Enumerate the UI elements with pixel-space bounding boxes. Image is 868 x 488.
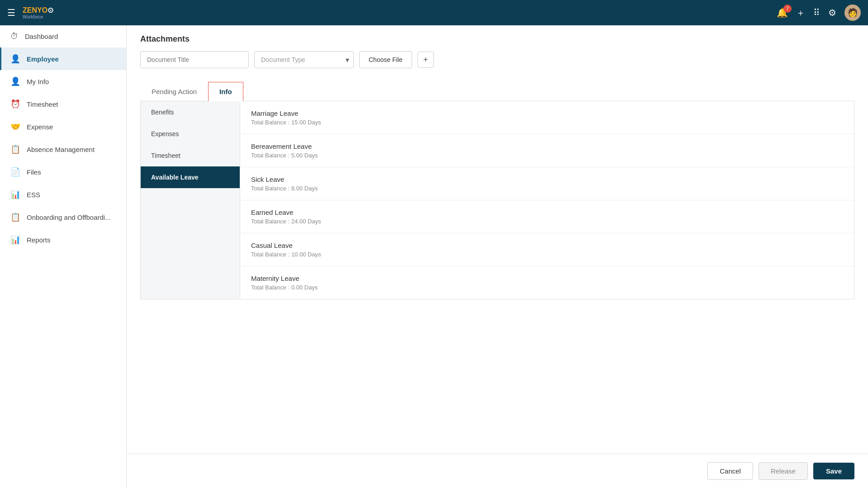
sidebar-item-files[interactable]: 📄 Files [0, 161, 126, 183]
info-sidebar: BenefitsExpensesTimesheetAvailable Leave [141, 101, 240, 299]
add-icon[interactable]: ＋ [796, 7, 805, 19]
leave-item: Sick Leave Total Balance : 8.00 Days [240, 167, 854, 200]
choose-file-button[interactable]: Choose File [359, 51, 412, 68]
topnav: ☰ ZENYO⊙ Workforce 🔔 7 ＋ ⠿ ⚙ 🧑 [0, 0, 868, 25]
sidebar-item-label: Onboarding and Offboardi... [27, 213, 111, 221]
ess-icon: 📊 [10, 190, 20, 199]
absence-icon: 📋 [10, 144, 20, 154]
leave-balance: Total Balance : 8.00 Days [251, 185, 843, 192]
leave-name: Casual Leave [251, 242, 843, 249]
sidebar-item-label: Files [27, 168, 41, 176]
release-button[interactable]: Release [759, 462, 808, 480]
info-sidebar-timesheet[interactable]: Timesheet [141, 145, 240, 166]
sidebar-item-label: Dashboard [25, 33, 58, 40]
content-area: Attachments Document Type ▾ Choose File … [127, 25, 868, 454]
leave-name: Maternity Leave [251, 275, 843, 282]
settings-icon[interactable]: ⚙ [828, 7, 836, 18]
tab-info[interactable]: Info [208, 82, 243, 101]
dashboard-icon: ⏱ [10, 32, 19, 41]
document-type-select[interactable]: Document Type [254, 51, 354, 68]
leave-balance: Total Balance : 15.00 Days [251, 119, 843, 126]
sidebar-item-employee[interactable]: 👤 Employee [0, 47, 126, 70]
leave-item: Casual Leave Total Balance : 10.00 Days [240, 233, 854, 266]
sidebar-item-onboarding[interactable]: 📋 Onboarding and Offboardi... [0, 206, 126, 228]
sidebar-item-label: ESS [27, 191, 40, 199]
sidebar-item-dashboard[interactable]: ⏱ Dashboard [0, 25, 126, 47]
reports-icon: 📊 [10, 235, 20, 245]
onboarding-icon: 📋 [10, 212, 20, 222]
grid-icon[interactable]: ⠿ [813, 7, 820, 18]
sidebar: ⏱ Dashboard 👤 Employee 👤 My Info ⏰ Times… [0, 25, 127, 488]
sidebar-item-label: Timesheet [27, 100, 58, 108]
tabs-row: Pending ActionInfo [140, 82, 854, 101]
leave-list: Marriage Leave Total Balance : 15.00 Day… [240, 101, 854, 299]
user-avatar[interactable]: 🧑 [844, 5, 861, 21]
sidebar-item-label: Reports [27, 236, 51, 244]
sidebar-item-reports[interactable]: 📊 Reports [0, 228, 126, 251]
myinfo-icon: 👤 [10, 76, 20, 86]
info-panel: BenefitsExpensesTimesheetAvailable Leave… [140, 101, 854, 299]
save-button[interactable]: Save [813, 463, 854, 479]
logo: ZENYO⊙ Workforce [23, 6, 53, 19]
document-title-input[interactable] [140, 51, 249, 68]
notification-badge: 7 [783, 5, 792, 13]
sidebar-item-label: Absence Management [27, 146, 95, 153]
leave-balance: Total Balance : 0.00 Days [251, 284, 843, 291]
info-sidebar-expenses[interactable]: Expenses [141, 123, 240, 145]
logo-text: ZENYO⊙ [23, 6, 53, 14]
info-sidebar-benefits[interactable]: Benefits [141, 101, 240, 123]
leave-name: Bereavement Leave [251, 142, 843, 150]
timesheet-icon: ⏰ [10, 99, 20, 109]
expense-icon: 🤝 [10, 122, 20, 132]
sidebar-item-expense[interactable]: 🤝 Expense [0, 115, 126, 138]
sidebar-item-ess[interactable]: 📊 ESS [0, 183, 126, 206]
employee-icon: 👤 [10, 54, 20, 64]
leave-item: Marriage Leave Total Balance : 15.00 Day… [240, 101, 854, 134]
attachments-title: Attachments [140, 34, 854, 44]
leave-item: Bereavement Leave Total Balance : 5.00 D… [240, 134, 854, 167]
sidebar-item-timesheet[interactable]: ⏰ Timesheet [0, 93, 126, 115]
hamburger-icon[interactable]: ☰ [7, 7, 15, 18]
leave-item: Earned Leave Total Balance : 24.00 Days [240, 200, 854, 233]
notification-icon[interactable]: 🔔 7 [777, 7, 788, 18]
attachments-row: Document Type ▾ Choose File + [140, 51, 854, 68]
leave-name: Marriage Leave [251, 109, 843, 117]
files-icon: 📄 [10, 167, 20, 177]
tab-pending[interactable]: Pending Action [140, 82, 208, 101]
info-sidebar-available_leave[interactable]: Available Leave [141, 166, 240, 188]
leave-balance: Total Balance : 10.00 Days [251, 251, 843, 258]
leave-balance: Total Balance : 5.00 Days [251, 152, 843, 159]
sidebar-item-label: Employee [27, 55, 59, 63]
sidebar-item-label: Expense [27, 123, 53, 131]
sidebar-item-myinfo[interactable]: 👤 My Info [0, 70, 126, 93]
sidebar-item-label: My Info [27, 78, 49, 85]
leave-name: Sick Leave [251, 175, 843, 183]
leave-item: Maternity Leave Total Balance : 0.00 Day… [240, 266, 854, 299]
add-attachment-button[interactable]: + [417, 52, 434, 68]
logo-sub: Workforce [23, 14, 53, 19]
footer-actions: Cancel Release Save [127, 454, 868, 488]
cancel-button[interactable]: Cancel [707, 462, 753, 480]
main-content: Attachments Document Type ▾ Choose File … [127, 25, 868, 488]
sidebar-item-absence[interactable]: 📋 Absence Management [0, 138, 126, 161]
leave-balance: Total Balance : 24.00 Days [251, 218, 843, 225]
leave-name: Earned Leave [251, 208, 843, 216]
